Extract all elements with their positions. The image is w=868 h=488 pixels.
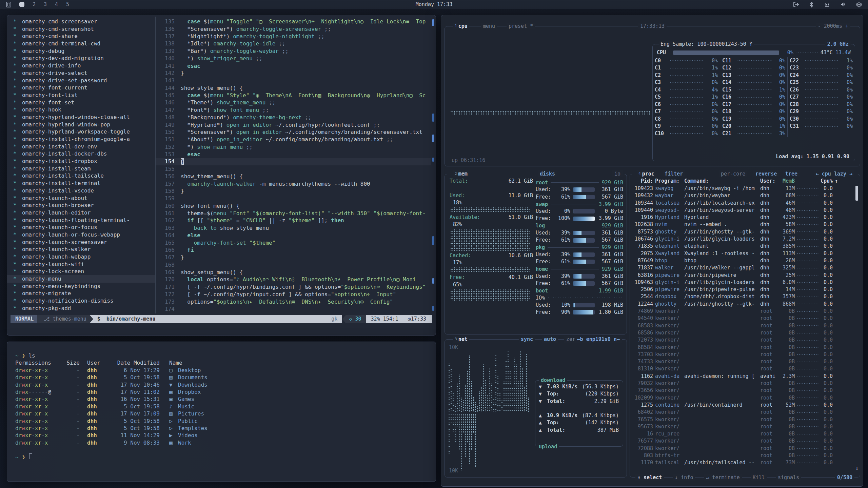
file-list-item[interactable]: *omarchy-lock-screen <box>7 268 155 275</box>
kill-action[interactable]: Kill <box>751 474 767 481</box>
logout-icon[interactable] <box>793 2 799 7</box>
file-list-item[interactable]: *omarchy-cmd-terminal-cwd <box>7 40 155 47</box>
file-list-item[interactable]: *omarchy-launch-screensaver <box>7 239 155 246</box>
process-row[interactable]: 12244 ghostty /usr/bin/ghostty --gtk- dh… <box>630 301 855 308</box>
sync-tab[interactable]: sync <box>519 336 535 343</box>
file-list-item[interactable]: *omarchy-hook <box>7 106 155 114</box>
process-row[interactable]: 109344 localsea /usr/lib/localsearch-ex … <box>630 200 855 207</box>
process-row[interactable]: 76575 kworker/ root 0B 0.0 <box>630 416 855 423</box>
menu-tab[interactable]: menu <box>481 23 497 29</box>
process-row[interactable]: 1162 avahi-da avahi-daemon: running [ av… <box>630 373 855 380</box>
process-row[interactable]: 1916 Hyprland Hyprland dhh 423M 0.0 <box>630 214 855 221</box>
file-list-item[interactable]: *omarchy-cmd-screensaver <box>7 18 155 25</box>
process-row[interactable]: 109463 glycin-i /usr/lib/glycin-loaders … <box>630 279 855 286</box>
scrollbar-mark[interactable] <box>432 114 434 122</box>
reverse-tab[interactable]: reverse <box>753 170 779 177</box>
file-list-item[interactable]: *omarchy-hyprland-window-close-all <box>7 114 155 121</box>
entry[interactable]: ▢Desktop <box>169 367 201 374</box>
file-list-item[interactable]: *omarchy-dev-add-migration <box>7 55 155 62</box>
io-tab[interactable]: io <box>612 170 623 177</box>
entry[interactable]: ▤Documents <box>169 374 208 381</box>
entry[interactable]: ▷Public <box>169 418 198 425</box>
code-pane[interactable]: 135 case $(menu "Toggle" "▢ Screensaver\… <box>156 18 431 315</box>
process-row[interactable]: 76577 kworker/ root 0B 0.0 <box>630 438 855 445</box>
info-action[interactable]: ↓ info <box>673 474 695 481</box>
preset-tab[interactable]: preset * <box>507 23 535 29</box>
process-row[interactable]: 1275 containe /usr/bin/containerd root 5… <box>630 402 855 409</box>
process-row[interactable]: 74733 kworker/ root 0B 0.0 <box>630 358 855 365</box>
file-list-item[interactable]: *omarchy-launch-webapp <box>7 253 155 261</box>
percore-tab[interactable]: per-core <box>719 170 747 177</box>
entry[interactable]: ▣Games <box>169 395 194 403</box>
process-row[interactable]: 2506 pipewire /usr/bin/pipewire-pulse dh… <box>630 286 855 293</box>
sort-arrow[interactable]: ↑ <box>835 178 838 185</box>
process-row[interactable]: 109423 swaybg /usr/bin/swaybg -i /hom dh… <box>630 185 855 192</box>
process-row[interactable]: 1170 tailscal /usr/sbin/tailscaled -- ro… <box>630 459 855 466</box>
bluetooth-icon[interactable] <box>809 2 813 7</box>
process-row[interactable]: 72088 kworker/ root 0B 0.0 <box>630 445 855 452</box>
file-list-item[interactable]: *omarchy-install-dev-env <box>7 143 155 150</box>
process-row[interactable]: 68583 kworker/ root 0B 0.0 <box>630 322 855 329</box>
scrollbar-mark[interactable] <box>432 278 434 284</box>
signals-action[interactable]: signals <box>776 474 801 481</box>
file-list-item[interactable]: *omarchy-launch-walker <box>7 246 155 253</box>
volume-icon[interactable] <box>840 2 846 7</box>
process-row[interactable]: 79032 kworker/ root 0B 0.0 <box>630 380 855 387</box>
file-list-item[interactable]: *omarchy-launch-about <box>7 195 155 202</box>
terminate-action[interactable]: ↵ terminate <box>704 474 742 481</box>
file-list-item[interactable]: *omarchy-hyprland-window-pop <box>7 121 155 128</box>
file-list-item[interactable]: *omarchy-install-tailscale <box>7 172 155 180</box>
process-row[interactable]: 95673 kworker/ root 0B 0.0 <box>630 423 855 430</box>
process-row[interactable]: 72073 kworker/ root 0B 0.0 <box>630 337 855 344</box>
file-list-item[interactable]: *omarchy-font-list <box>7 92 155 99</box>
file-list-item[interactable]: *omarchy-install-terminal <box>7 180 155 187</box>
file-list-item[interactable]: *omarchy-menu-keybindings <box>7 283 155 290</box>
entry[interactable]: ▦Work <box>169 439 191 446</box>
scrollbar-mark[interactable] <box>432 135 434 142</box>
process-row[interactable]: 102099 kworker/ root 0B 0.0 <box>630 394 855 402</box>
process-row[interactable]: 94540 kworker/ root 0B 0.0 <box>630 315 855 322</box>
filter-tab[interactable]: filter <box>663 170 685 177</box>
file-list-item[interactable]: *omarchy-install-steam <box>7 165 155 172</box>
file-list-item[interactable]: *omarchy-font-current <box>7 84 155 92</box>
scrollbar-mark[interactable] <box>432 236 434 245</box>
file-list-item[interactable]: *omarchy-hyprland-workspace-toggle <box>7 128 155 136</box>
file-list-item[interactable]: *omarchy-launch-or-focus <box>7 224 155 231</box>
prompt-line-2[interactable]: ~❯ <box>15 453 436 461</box>
process-row[interactable]: 68586 kworker/ root 0B 0.0 <box>630 329 855 337</box>
entry[interactable]: ♪Music <box>169 403 194 410</box>
net-panel-title[interactable]: 3net <box>453 336 469 343</box>
mem-panel-title[interactable]: 2mem <box>453 170 469 177</box>
file-list-item[interactable]: *omarchy-launch-browser <box>7 202 155 209</box>
process-row[interactable]: 81310 kworker/ root 0B 0.0 <box>630 365 855 372</box>
file-list-item[interactable]: *omarchy-cmd-screenshot <box>7 25 155 33</box>
process-row[interactable]: 102638 nvim nvim --embed . dhh 58M 0.0 <box>630 221 855 228</box>
file-list-item[interactable]: *omarchy-install-chromium-google-a <box>7 136 155 143</box>
file-list-item[interactable]: *omarchy-install-vscode <box>7 187 155 195</box>
proc-scrollbar[interactable] <box>855 186 858 201</box>
file-list-item[interactable]: *omarchy-pkg-add <box>7 305 155 312</box>
disks-tab[interactable]: disks <box>538 170 557 177</box>
process-list[interactable]: 109423 swaybg /usr/bin/swaybg -i /hom dh… <box>630 185 855 472</box>
process-row[interactable]: 87649 btop btop dhh 26M 0.0 <box>630 257 855 264</box>
process-row[interactable]: 71835 elephant elephant dhh 385M 0.0 <box>630 243 855 250</box>
entry[interactable]: ▨Pictures <box>169 410 204 417</box>
entry[interactable]: ▦Dropbox <box>169 388 201 395</box>
terminal-window[interactable]: ~❯ls Permissions Size User Date Modified… <box>7 342 436 482</box>
process-row[interactable]: 68584 kworker/ root 0B 0.0 <box>630 344 855 351</box>
file-list-item[interactable]: *omarchy-menu <box>7 275 155 283</box>
file-list-item[interactable]: *omarchy-notification-dismiss <box>7 297 155 305</box>
file-list-item[interactable]: *omarchy-install-dropbox <box>7 158 155 165</box>
scroll-down-icon[interactable]: ↓ <box>855 465 859 471</box>
file-list-item[interactable]: *omarchy-drive-select <box>7 69 155 77</box>
process-row[interactable]: 74869 kworker/ root 0B 0.0 <box>630 308 855 315</box>
auto-tab[interactable]: auto <box>542 336 558 343</box>
entry[interactable]: ▶Videos <box>169 432 198 439</box>
process-row[interactable]: 16 rcu_pree root 0B 0.0 <box>630 430 855 438</box>
file-list-item[interactable]: *omarchy-launch-floating-terminal- <box>7 217 155 224</box>
process-row[interactable]: 63816 pipewire /usr/bin/pipewire dhh 25M… <box>630 272 855 279</box>
process-row[interactable]: 2075 Xwayland Xwayland :1 -rootless - dh… <box>630 250 855 257</box>
file-list-item[interactable]: *omarchy-launch-or-focus-webapp <box>7 231 155 239</box>
process-row[interactable]: 109432 waybar /usr/bin/waybar dhh 68M 0.… <box>630 192 855 199</box>
process-row[interactable]: 73656 kworker/ root 0B 0.0 <box>630 387 855 394</box>
